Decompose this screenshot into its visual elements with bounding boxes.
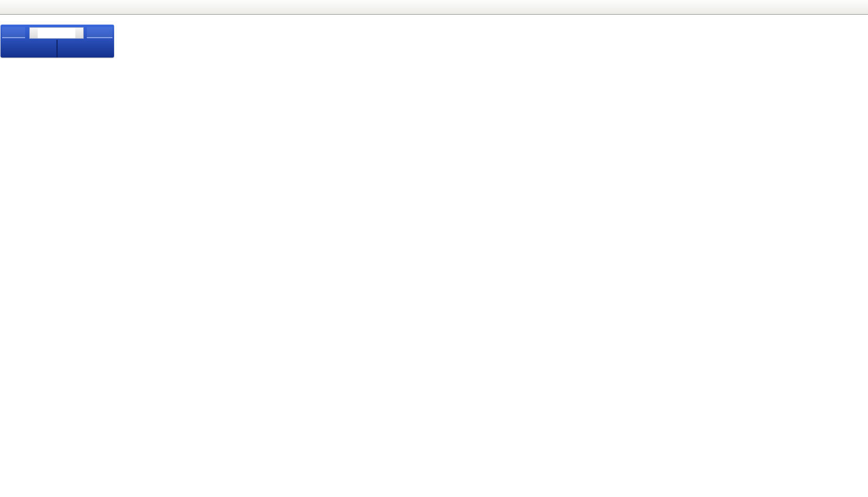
sell-button[interactable] — [2, 27, 25, 38]
chart-window[interactable] — [0, 15, 868, 497]
buy-button[interactable] — [87, 27, 112, 38]
chart-canvas[interactable] — [0, 15, 868, 497]
volume-decrease-button[interactable] — [30, 28, 38, 38]
volume-increase-button[interactable] — [75, 28, 83, 38]
main-toolbar — [0, 0, 868, 15]
volume-input[interactable] — [38, 28, 75, 38]
sell-price[interactable] — [1, 40, 58, 58]
buy-price[interactable] — [58, 40, 115, 58]
one-click-trade-panel — [1, 25, 114, 58]
volume-stepper — [29, 27, 84, 39]
